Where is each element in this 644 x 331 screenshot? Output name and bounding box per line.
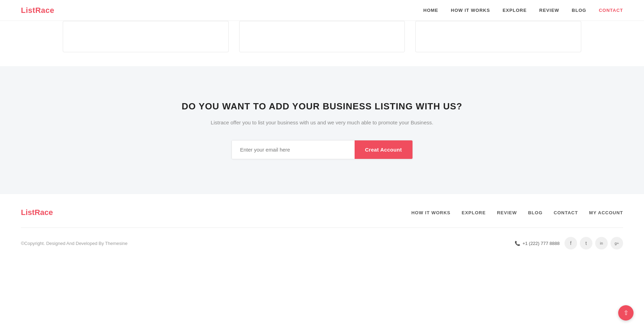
footer-nav: HOW IT WORKS EXPLORE REVIEW BLOG CONTACT…: [411, 210, 623, 215]
phone-info: 📞 +1 (222) 777 8888: [515, 241, 560, 246]
footer-nav-blog[interactable]: BLOG: [528, 210, 543, 215]
logo[interactable]: ListRace: [21, 6, 54, 15]
logo-text-list: List: [21, 6, 35, 15]
phone-icon: 📞: [515, 241, 520, 246]
nav-explore[interactable]: EXPLORE: [502, 8, 526, 13]
footer-logo[interactable]: ListRace: [21, 208, 53, 217]
facebook-icon[interactable]: f: [565, 237, 577, 249]
nav-how-it-works[interactable]: HOW IT WORKS: [451, 8, 490, 13]
phone-number: +1 (222) 777 8888: [522, 241, 560, 246]
footer-nav-explore[interactable]: EXPLORE: [462, 210, 486, 215]
footer-bottom: ©Copyright. Designed And Developed By Th…: [21, 237, 623, 260]
cta-title: DO YOU WANT TO ADD YOUR BUSINESS LISTING…: [182, 101, 462, 112]
nav-home[interactable]: HOME: [423, 8, 438, 13]
footer-nav-my-account[interactable]: MY ACCOUNT: [589, 210, 623, 215]
footer-top: ListRace HOW IT WORKS EXPLORE REVIEW BLO…: [21, 208, 623, 228]
footer: ListRace HOW IT WORKS EXPLORE REVIEW BLO…: [0, 194, 644, 260]
nav-review[interactable]: REVIEW: [539, 8, 559, 13]
linkedin-icon[interactable]: in: [595, 237, 608, 249]
card-1: [63, 21, 229, 52]
copyright-text: ©Copyright. Designed And Developed By Th…: [21, 241, 128, 246]
logo-text-race: Race: [35, 6, 54, 15]
nav-blog[interactable]: BLOG: [572, 8, 586, 13]
footer-logo-race: Race: [35, 208, 53, 217]
social-icons: f t in g+: [565, 237, 623, 249]
main-nav: HOME HOW IT WORKS EXPLORE REVIEW BLOG CO…: [423, 8, 623, 13]
cta-subtitle: Listrace offer you to list your business…: [211, 120, 433, 125]
footer-nav-review[interactable]: REVIEW: [497, 210, 517, 215]
google-plus-icon[interactable]: g+: [611, 237, 623, 249]
create-account-button[interactable]: Creat Account: [355, 140, 412, 159]
nav-contact[interactable]: CONTACT: [599, 8, 623, 13]
cards-section: [0, 21, 644, 66]
footer-nav-how-it-works[interactable]: HOW IT WORKS: [411, 210, 450, 215]
footer-nav-contact[interactable]: CONTACT: [554, 210, 578, 215]
footer-logo-list: List: [21, 208, 35, 217]
card-2: [239, 21, 405, 52]
twitter-icon[interactable]: t: [580, 237, 592, 249]
cta-form: Creat Account: [232, 140, 413, 159]
cta-section: DO YOU WANT TO ADD YOUR BUSINESS LISTING…: [0, 66, 644, 194]
header: ListRace HOME HOW IT WORKS EXPLORE REVIE…: [0, 0, 644, 21]
footer-right: 📞 +1 (222) 777 8888 f t in g+: [515, 237, 623, 249]
footer-divider: [21, 228, 623, 228]
card-3: [415, 21, 581, 52]
email-input[interactable]: [232, 140, 355, 159]
